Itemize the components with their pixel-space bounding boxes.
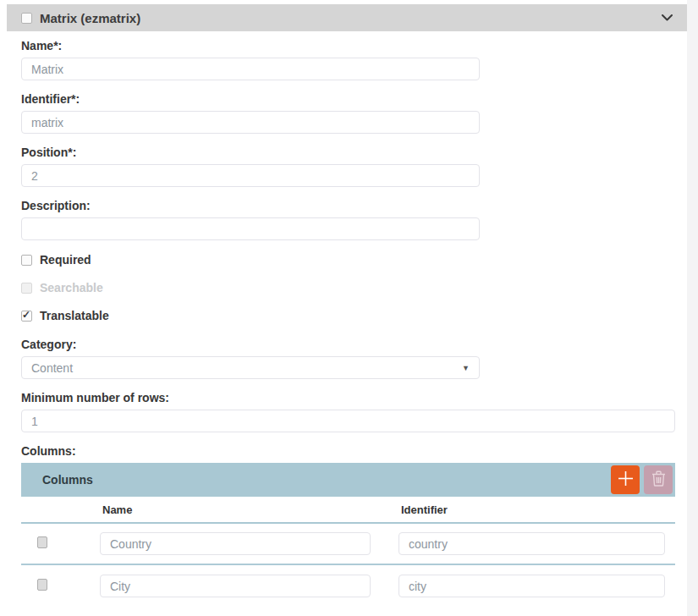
delete-column-button xyxy=(644,465,673,494)
row-select-checkbox[interactable] xyxy=(37,536,47,548)
identifier-label: Identifier*: xyxy=(21,92,698,106)
column-name-input[interactable] xyxy=(100,532,371,555)
description-input[interactable] xyxy=(21,217,480,240)
columns-table-header: Columns xyxy=(21,463,675,497)
panel-title: Matrix (ezmatrix) xyxy=(40,11,140,25)
columns-label: Columns: xyxy=(21,444,698,458)
field-group-description: Description: xyxy=(21,199,698,240)
fieldtype-panel-header[interactable]: Matrix (ezmatrix) xyxy=(7,4,687,31)
field-group-columns: Columns: Columns xyxy=(21,444,698,607)
columns-table-head: Name Identifier xyxy=(21,497,675,524)
columns-table: Columns xyxy=(21,463,675,607)
dropdown-arrow-icon: ▼ xyxy=(462,364,470,372)
searchable-checkbox xyxy=(21,283,32,294)
field-group-searchable: Searchable xyxy=(21,282,698,294)
column-header-name: Name xyxy=(100,503,398,516)
min-rows-input[interactable] xyxy=(21,410,675,432)
add-column-button[interactable] xyxy=(611,465,640,494)
column-name-input[interactable] xyxy=(100,575,371,597)
required-label: Required xyxy=(40,253,91,267)
row-select-checkbox[interactable] xyxy=(37,579,47,591)
name-label: Name*: xyxy=(21,39,698,52)
column-row xyxy=(21,565,675,607)
category-select[interactable]: Content ▼ xyxy=(21,356,480,379)
position-input[interactable] xyxy=(21,164,480,187)
column-header-identifier: Identifier xyxy=(398,503,675,516)
category-label: Category: xyxy=(21,338,698,351)
columns-table-title: Columns xyxy=(42,473,93,487)
translatable-label: Translatable xyxy=(40,309,109,322)
field-group-position: Position*: xyxy=(21,146,698,187)
translatable-checkbox[interactable] xyxy=(21,311,32,322)
position-label: Position*: xyxy=(21,146,698,159)
name-input[interactable] xyxy=(21,58,480,80)
field-group-translatable: Translatable xyxy=(21,310,698,322)
fieldtype-edit-form: Name*: Identifier*: Position*: Descripti… xyxy=(0,31,698,607)
chevron-down-icon[interactable] xyxy=(662,14,673,21)
field-group-identifier: Identifier*: xyxy=(21,92,698,134)
required-checkbox[interactable] xyxy=(21,255,32,266)
column-identifier-input[interactable] xyxy=(398,575,665,597)
column-row xyxy=(21,524,675,565)
column-identifier-input[interactable] xyxy=(398,532,665,555)
identifier-input[interactable] xyxy=(21,111,480,134)
page-background-strip xyxy=(687,0,698,616)
columns-table-actions xyxy=(611,465,673,494)
category-selected-value: Content xyxy=(31,361,73,375)
trash-icon xyxy=(651,470,666,489)
fieldtype-select-checkbox[interactable] xyxy=(21,13,32,24)
field-group-required: Required xyxy=(21,254,698,266)
field-group-name: Name*: xyxy=(21,39,698,80)
min-rows-label: Minimum number of rows: xyxy=(21,391,698,404)
description-label: Description: xyxy=(21,199,698,212)
field-group-category: Category: Content ▼ xyxy=(21,338,698,379)
searchable-label: Searchable xyxy=(40,281,103,294)
field-group-min-rows: Minimum number of rows: xyxy=(21,391,698,432)
plus-icon xyxy=(618,470,634,489)
